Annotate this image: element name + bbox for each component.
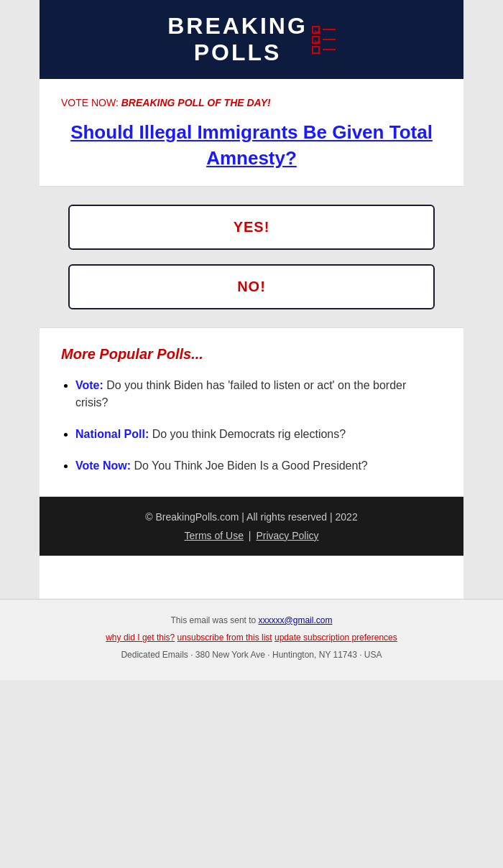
logo-checklist — [312, 26, 336, 54]
list-item: Vote: Do you think Biden has 'failed to … — [75, 377, 442, 411]
poll-3-label[interactable]: Vote Now: — [75, 459, 131, 472]
poll-1-text: Do you think Biden has 'failed to listen… — [75, 379, 406, 409]
polls-list: Vote: Do you think Biden has 'failed to … — [61, 377, 442, 475]
vote-italic: BREAKING POLL OF THE DAY! — [121, 97, 271, 108]
sent-text-prefix: This email was sent to — [171, 615, 259, 625]
no-button[interactable]: NO! — [68, 264, 435, 309]
header: BREAKING POLLS — [40, 0, 463, 79]
unsubscribe-link[interactable]: unsubscribe from this list — [177, 633, 272, 643]
logo-text: BREAKING POLLS — [167, 13, 308, 66]
logo-line1: BREAKING — [167, 13, 308, 39]
checkbox-icon-3 — [312, 46, 320, 54]
checkbox-icon-2 — [312, 36, 320, 44]
checklist-row-1 — [312, 26, 336, 34]
line-bar-2 — [323, 39, 336, 41]
footer: © BreakingPolls.com | All rights reserve… — [40, 497, 463, 556]
vote-prefix: VOTE NOW: — [61, 97, 121, 108]
poll-question: Should Illegal Immigrants Be Given Total… — [61, 119, 442, 172]
poll-2-text: Do you think Democrats rig elections? — [152, 428, 346, 440]
poll-2-label[interactable]: National Poll: — [75, 428, 149, 440]
list-item: Vote Now: Do You Think Joe Biden Is a Go… — [75, 457, 442, 475]
footer-spacer — [40, 556, 463, 599]
line-bar-3 — [323, 49, 336, 51]
checklist-row-2 — [312, 36, 336, 44]
list-item: National Poll: Do you think Democrats ri… — [75, 426, 442, 443]
line-bar-1 — [323, 29, 336, 31]
poll-header: VOTE NOW: BREAKING POLL OF THE DAY! Shou… — [40, 79, 463, 187]
yes-button[interactable]: YES! — [68, 205, 435, 250]
checkbox-icon-1 — [312, 26, 320, 34]
email-link[interactable]: xxxxxx@gmail.com — [259, 615, 333, 625]
why-link[interactable]: why did I get this? — [106, 633, 175, 643]
more-polls-section: More Popular Polls... Vote: Do you think… — [40, 328, 463, 497]
vote-section: YES! NO! — [40, 187, 463, 328]
poll-1-label[interactable]: Vote: — [75, 379, 103, 391]
meta-links-row: why did I get this? unsubscribe from thi… — [14, 631, 489, 645]
checklist-row-3 — [312, 46, 336, 54]
footer-separator: | — [249, 530, 254, 541]
poll-3-text: Do You Think Joe Biden Is a Good Preside… — [134, 459, 367, 472]
terms-link[interactable]: Terms of Use — [184, 530, 243, 541]
page-wrapper: BREAKING POLLS — [0, 0, 503, 680]
more-polls-title: More Popular Polls... — [61, 346, 442, 363]
copyright-text: © BreakingPolls.com | All rights reserve… — [61, 511, 442, 523]
vote-now-label: VOTE NOW: BREAKING POLL OF THE DAY! — [61, 97, 442, 108]
privacy-link[interactable]: Privacy Policy — [256, 530, 318, 541]
footer-links: Terms of Use | Privacy Policy — [61, 530, 442, 541]
email-container: BREAKING POLLS — [40, 0, 463, 599]
email-meta-section: This email was sent to xxxxxx@gmail.com … — [0, 599, 503, 681]
sent-to-text: This email was sent to xxxxxx@gmail.com — [14, 614, 489, 627]
update-prefs-link[interactable]: update subscription preferences — [274, 633, 397, 643]
logo-line2: POLLS — [194, 39, 282, 66]
logo: BREAKING POLLS — [54, 13, 449, 66]
address-text: Dedicated Emails · 380 New York Ave · Hu… — [14, 648, 489, 662]
